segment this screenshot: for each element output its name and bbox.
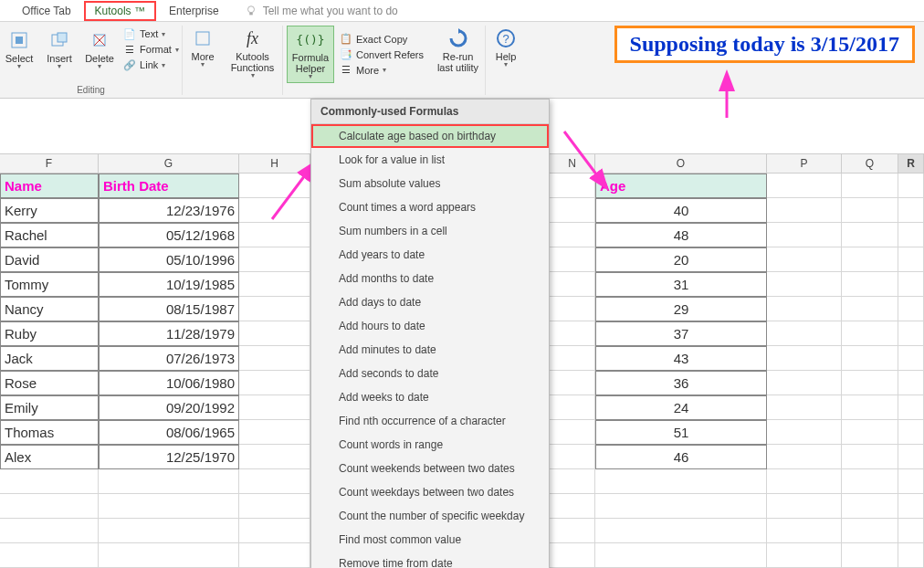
rerun-button[interactable]: Re-run last utility	[433, 26, 484, 75]
cell[interactable]	[898, 174, 924, 198]
cell[interactable]	[550, 469, 595, 494]
cell[interactable]	[550, 247, 595, 272]
cell[interactable]	[767, 420, 842, 445]
cell[interactable]	[767, 371, 842, 395]
column-header-G[interactable]: G	[99, 154, 239, 173]
cell[interactable]	[898, 469, 924, 494]
cell[interactable]	[842, 247, 898, 272]
cell-name[interactable]: Emily	[0, 395, 99, 420]
cell[interactable]	[842, 346, 898, 371]
cell-age[interactable]: 24	[595, 395, 767, 420]
cell-name[interactable]: Thomas	[0, 420, 99, 445]
cell[interactable]	[767, 198, 842, 223]
help-button[interactable]: ? Help▾	[486, 26, 526, 70]
cell[interactable]	[767, 469, 842, 494]
cell[interactable]	[239, 445, 310, 469]
cell[interactable]	[550, 223, 595, 247]
formula-helper-button[interactable]: {()} Formula Helper▾	[287, 26, 334, 83]
cell[interactable]	[898, 543, 924, 568]
dropdown-item[interactable]: Count weekends between two dates	[311, 457, 549, 480]
cell-birth[interactable]: 08/06/1965	[99, 420, 239, 445]
dropdown-item[interactable]: Calculate age based on birthday	[311, 124, 549, 148]
cell[interactable]	[239, 494, 310, 519]
cell[interactable]	[0, 469, 99, 494]
cell-birth[interactable]: 08/15/1987	[99, 297, 239, 321]
dropdown-item[interactable]: Count times a word appears	[311, 195, 549, 219]
cell-name[interactable]: Kerry	[0, 198, 99, 223]
cell[interactable]	[898, 420, 924, 445]
cell-age[interactable]: 40	[595, 198, 767, 223]
cell[interactable]	[842, 321, 898, 346]
header-birth[interactable]: Birth Date	[99, 174, 239, 198]
column-header-Q[interactable]: Q	[842, 154, 898, 173]
dropdown-item[interactable]: Find nth occurrence of a character	[311, 409, 549, 433]
link-button[interactable]: 🔗Link▾	[123, 58, 179, 71]
cell[interactable]	[595, 519, 767, 543]
dropdown-item[interactable]: Sum absolute values	[311, 172, 549, 195]
cell[interactable]	[898, 519, 924, 543]
cell[interactable]	[898, 223, 924, 247]
cell[interactable]	[898, 297, 924, 321]
cell[interactable]	[767, 395, 842, 420]
cell-name[interactable]: Rose	[0, 371, 99, 395]
cell[interactable]	[550, 198, 595, 223]
cell-name[interactable]: Alex	[0, 445, 99, 469]
dropdown-item[interactable]: Remove time from date	[311, 552, 549, 568]
dropdown-item[interactable]: Look for a value in list	[311, 148, 549, 172]
cell[interactable]	[898, 494, 924, 519]
cell[interactable]	[842, 174, 898, 198]
cell[interactable]	[550, 420, 595, 445]
cell-birth[interactable]: 09/20/1992	[99, 395, 239, 420]
cell[interactable]	[767, 346, 842, 371]
dropdown-item[interactable]: Add years to date	[311, 243, 549, 267]
cell-age[interactable]: 29	[595, 297, 767, 321]
cell[interactable]	[239, 420, 310, 445]
cell[interactable]	[842, 494, 898, 519]
cell[interactable]	[239, 346, 310, 371]
cell-age[interactable]: 48	[595, 223, 767, 247]
cell-age[interactable]: 37	[595, 321, 767, 346]
cell[interactable]	[842, 420, 898, 445]
cell-name[interactable]: Ruby	[0, 321, 99, 346]
cell[interactable]	[767, 174, 842, 198]
cell-name[interactable]: David	[0, 247, 99, 272]
cell[interactable]	[239, 297, 310, 321]
cell-birth[interactable]: 05/10/1996	[99, 247, 239, 272]
cell[interactable]	[898, 198, 924, 223]
dropdown-item[interactable]: Find most common value	[311, 528, 549, 552]
cell[interactable]	[767, 494, 842, 519]
cell-birth[interactable]: 07/26/1973	[99, 346, 239, 371]
cell[interactable]	[842, 198, 898, 223]
cell[interactable]	[239, 543, 310, 568]
text-button[interactable]: 📄Text▾	[123, 27, 179, 40]
cell[interactable]	[99, 543, 239, 568]
cell[interactable]	[0, 543, 99, 568]
cell-birth[interactable]: 10/19/1985	[99, 272, 239, 297]
cell[interactable]	[842, 272, 898, 297]
cell[interactable]	[898, 445, 924, 469]
dropdown-item[interactable]: Add minutes to date	[311, 338, 549, 362]
cell[interactable]	[595, 494, 767, 519]
cell[interactable]	[898, 321, 924, 346]
cell[interactable]	[99, 519, 239, 543]
cell[interactable]	[842, 297, 898, 321]
cell[interactable]	[239, 247, 310, 272]
cell[interactable]	[99, 494, 239, 519]
cell[interactable]	[550, 297, 595, 321]
cell[interactable]	[550, 543, 595, 568]
more-button-1[interactable]: More▾	[183, 26, 223, 70]
cell-age[interactable]: 43	[595, 346, 767, 371]
cell[interactable]	[239, 395, 310, 420]
column-header-O[interactable]: O	[595, 154, 767, 173]
cell-age[interactable]: 51	[595, 420, 767, 445]
cell[interactable]	[595, 543, 767, 568]
dropdown-item[interactable]: Count the number of specific weekday	[311, 504, 549, 528]
cell[interactable]	[550, 395, 595, 420]
cell[interactable]	[550, 272, 595, 297]
cell-age[interactable]: 31	[595, 272, 767, 297]
dropdown-item[interactable]: Add days to date	[311, 290, 549, 314]
cell[interactable]	[898, 272, 924, 297]
cell[interactable]	[239, 519, 310, 543]
dropdown-item[interactable]: Count weekdays between two dates	[311, 480, 549, 504]
dropdown-item[interactable]: Add hours to date	[311, 314, 549, 338]
